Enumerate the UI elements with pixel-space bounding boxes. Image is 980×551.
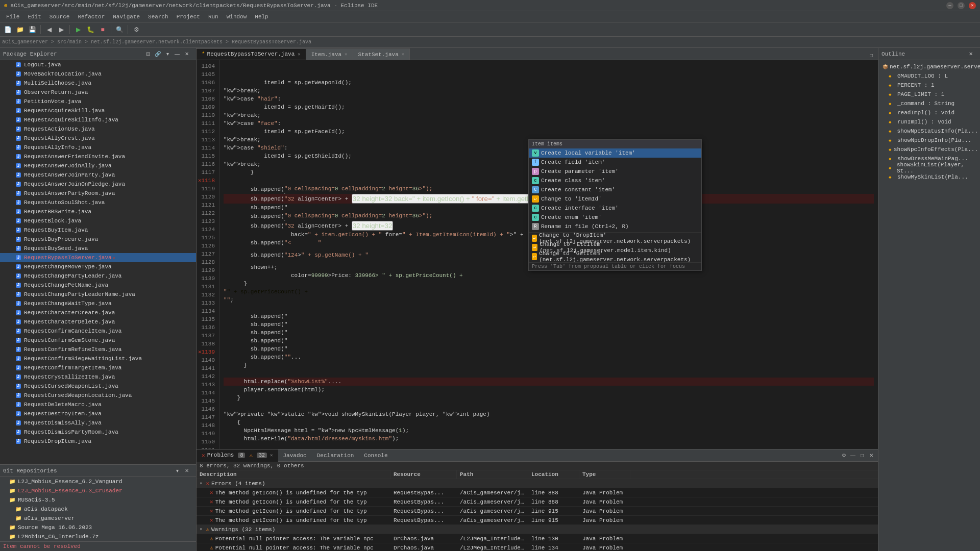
sidebar-item[interactable]: JRequestAutoSoulShot.java xyxy=(0,198,196,207)
sidebar-item[interactable]: JRequestConfirmTargetItem.java xyxy=(0,363,196,372)
autocomplete-item[interactable]: fCreate field 'item' xyxy=(529,158,701,167)
tab-item-close[interactable]: ✕ xyxy=(345,52,347,57)
menu-search[interactable]: Search xyxy=(144,13,173,21)
autocomplete-item[interactable]: cCreate enum 'item' xyxy=(529,213,701,222)
problem-row[interactable]: ✕ The method getIcon() is undefined for … xyxy=(197,488,878,497)
sidebar-item[interactable]: JRequestBypassToServer.java✕ xyxy=(0,253,196,262)
sidebar-item[interactable]: JRequestBuyItem.java xyxy=(0,226,196,235)
autocomplete-item[interactable]: pCreate parameter 'item' xyxy=(529,167,701,176)
tab-statset[interactable]: StatSet.java ✕ xyxy=(353,48,410,60)
git-repo-item[interactable]: 📁aCis_datapack xyxy=(0,505,196,514)
outline-item[interactable]: 📦net.sf.l2j.gameserver.server xyxy=(878,62,980,71)
back-button[interactable]: ◀ xyxy=(43,24,55,35)
menu-project[interactable]: Project xyxy=(173,13,204,21)
sidebar-item[interactable]: JRequestAnswerPartyRoom.java xyxy=(0,189,196,198)
minimize-sidebar-button[interactable]: — xyxy=(173,49,182,59)
sidebar-item[interactable]: JRequestConfirmRefineItem.java xyxy=(0,345,196,354)
menu-run[interactable]: Run xyxy=(204,13,223,21)
outline-item[interactable]: ◆readImpl() : void xyxy=(878,108,980,117)
sidebar-item[interactable]: JRequestChangePartyLeader.java xyxy=(0,271,196,281)
outline-item[interactable]: ◆showSkinList(Player, St... xyxy=(878,163,980,172)
outline-item[interactable]: ◆PERCENT : 1 xyxy=(878,81,980,90)
sidebar-menu-button[interactable]: ▾ xyxy=(163,49,172,59)
minimize-button[interactable]: — xyxy=(946,2,953,9)
outline-item[interactable]: ◆_command : String xyxy=(878,99,980,108)
close-button[interactable]: ✕ xyxy=(969,2,976,9)
sidebar-item[interactable]: JRequestBuyProcure.java xyxy=(0,235,196,244)
bottom-minimize-button[interactable]: — xyxy=(848,451,857,460)
git-menu-button[interactable]: ▾ xyxy=(173,466,182,475)
tab-requestbypass[interactable]: * RequestBypassToServer.java ✕ xyxy=(197,48,306,60)
sidebar-item[interactable]: JRequestDismissPartyRoom.java xyxy=(0,428,196,437)
outline-item[interactable]: ◆showNpcDropInfo(Pla... xyxy=(878,136,980,145)
sidebar-item[interactable]: JRequestChangePetName.java xyxy=(0,281,196,290)
new-button[interactable]: 📄 xyxy=(2,24,13,35)
problem-row[interactable]: ✕ The method getIcon() is undefined for … xyxy=(197,516,878,525)
bottom-tab-javadoc[interactable]: Javadoc xyxy=(278,449,312,462)
sidebar-item[interactable]: JRequestAnswerFriendInvite.java xyxy=(0,152,196,161)
outline-item[interactable]: ◆showNpcInfoEffects(Pla... xyxy=(878,145,980,154)
problem-row[interactable]: ✕ The method getIcon() is undefined for … xyxy=(197,507,878,516)
close-sidebar-button[interactable]: ✕ xyxy=(182,49,191,59)
sidebar-item[interactable]: JRequestConfirmSiegeWaitingList.java xyxy=(0,354,196,363)
sidebar-item[interactable]: JRequestBBSwrite.java xyxy=(0,207,196,216)
autocomplete-item[interactable]: ↩Change to 'itemId' xyxy=(529,194,701,204)
sidebar-item[interactable]: JRequestAllyInfo.java xyxy=(0,143,196,152)
menu-file[interactable]: File xyxy=(2,13,23,21)
bottom-maximize-button[interactable]: □ xyxy=(857,451,867,460)
sidebar-item[interactable]: JRequestBuySeed.java xyxy=(0,244,196,253)
git-repo-item[interactable]: 📁L2J_Mobius_Essence_6.2_Vanguard xyxy=(0,477,196,486)
sidebar-item[interactable]: JLogout.java xyxy=(0,60,196,69)
sidebar-item[interactable]: JRequestDeleteMacro.java xyxy=(0,400,196,409)
outline-item[interactable]: ◆PAGE_LIMIT : 1 xyxy=(878,90,980,99)
sidebar-item[interactable]: JRequestChangeWaitType.java xyxy=(0,299,196,308)
sidebar-item[interactable]: JObserverReturn.java xyxy=(0,88,196,97)
outline-item[interactable]: ◆runImpl() : void xyxy=(878,117,980,127)
menu-edit[interactable]: Edit xyxy=(23,13,45,21)
bottom-tab-problems[interactable]: ✕ Problems 8 ⚠ 32 ✕ xyxy=(197,449,278,462)
git-repo-item[interactable]: 📁aCis_gameserver xyxy=(0,514,196,523)
maximize-button[interactable]: □ xyxy=(958,2,965,9)
sidebar-item[interactable]: JRequestAnswerJoinParty.java xyxy=(0,170,196,180)
git-repo-item[interactable]: 📁RUSaCis-3.5 xyxy=(0,495,196,505)
menu-refactor[interactable]: Refactor xyxy=(74,13,109,21)
menu-window[interactable]: Window xyxy=(223,13,251,21)
outline-item[interactable]: ◆showMySkinList(Pla... xyxy=(878,172,980,182)
tab-item[interactable]: Item.java ✕ xyxy=(306,48,353,60)
warning-row[interactable]: ⚠ Potential null pointer access: The var… xyxy=(197,543,878,551)
bottom-tab-declaration[interactable]: Declaration xyxy=(312,449,359,462)
sidebar-item[interactable]: JRequestConfirmCancelItem.java xyxy=(0,327,196,336)
sidebar-item[interactable]: JPetitionVote.java xyxy=(0,97,196,106)
sidebar-item[interactable]: JRequestActionUse.java xyxy=(0,124,196,134)
sidebar-item[interactable]: JRequestChangePartyLeaderName.java xyxy=(0,290,196,299)
sidebar-item[interactable]: JRequestAnswerJoinOnPledge.java xyxy=(0,180,196,189)
sidebar-item[interactable]: JMultiSellChoose.java xyxy=(0,79,196,88)
sidebar-item[interactable]: JRequestAnswerJoinAlly.java xyxy=(0,161,196,170)
autocomplete-item[interactable]: CCreate constant 'item' xyxy=(529,185,701,194)
debug-button[interactable]: 🐛 xyxy=(85,24,96,35)
forward-button[interactable]: ▶ xyxy=(56,24,67,35)
errors-group[interactable]: ▾✕ Errors (4 items) xyxy=(197,479,878,488)
problems-close-button[interactable]: ✕ xyxy=(270,453,273,458)
bottom-close-button[interactable]: ✕ xyxy=(867,451,876,460)
sidebar-item[interactable]: JRequestCharacterDelete.java xyxy=(0,317,196,327)
git-repo-item[interactable]: 📁Source Mega 16.06.2023 xyxy=(0,523,196,532)
maximize-editor-button[interactable]: □ xyxy=(867,51,876,60)
save-button[interactable]: 💾 xyxy=(27,24,38,35)
open-button[interactable]: 📁 xyxy=(14,24,26,35)
run-button[interactable]: ▶ xyxy=(72,24,84,35)
collapse-all-button[interactable]: ⊟ xyxy=(143,49,153,59)
sidebar-item[interactable]: JRequestDismissAlly.java xyxy=(0,418,196,428)
tab-close-button[interactable]: ✕ xyxy=(298,52,300,57)
warnings-group[interactable]: ▾⚠ Warnings (32 items) xyxy=(197,525,878,534)
warning-row[interactable]: ⚠ Potential null pointer access: The var… xyxy=(197,534,878,543)
sidebar-item[interactable]: JRequestDestroyItem.java xyxy=(0,409,196,418)
settings-btn[interactable]: ⚙ xyxy=(131,24,142,35)
stop-button[interactable]: ■ xyxy=(97,24,108,35)
code-editor[interactable]: 1104110511061107110811091110111111121113… xyxy=(197,60,878,449)
sidebar-item[interactable]: JMoveBackToLocation.java xyxy=(0,69,196,79)
git-repo-item[interactable]: 📁L2Mobius_C6_Interlude.7z xyxy=(0,532,196,541)
sidebar-item[interactable]: JRequestAllyCrest.java xyxy=(0,134,196,143)
autocomplete-item[interactable]: ↩Change to 'GetItem' (net.sf.l2j.gameser… xyxy=(529,252,701,261)
sidebar-item[interactable]: JRequestAcquireSkill.java xyxy=(0,106,196,115)
